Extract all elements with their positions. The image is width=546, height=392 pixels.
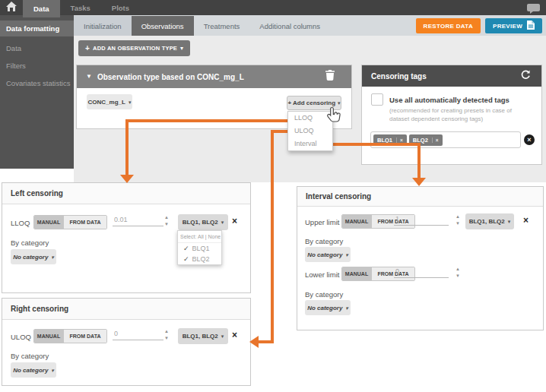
caret-down-icon: ▾ — [221, 220, 224, 225]
top-tab-data[interactable]: Data — [23, 0, 60, 17]
stepper-up-icon[interactable]: ▲ — [456, 267, 460, 271]
tab-treatments[interactable]: Treatments — [194, 16, 250, 36]
manual-option[interactable]: MANUAL — [34, 330, 63, 343]
observation-column-dropdown[interactable]: CONC_mg_L ▾ — [87, 94, 132, 109]
arrow-interval-head — [412, 178, 426, 186]
category-value: No category — [307, 251, 342, 258]
upper-category-dropdown[interactable]: No category ▾ — [305, 247, 351, 262]
by-category-label: By category — [305, 290, 343, 299]
remove-tag-icon[interactable]: × — [432, 138, 439, 143]
uloq-label: ULOQ — [11, 333, 31, 341]
home-button[interactable] — [0, 0, 23, 15]
sidebar-item-data-formatting[interactable]: Data formatting — [0, 21, 74, 36]
uloq-tags-dropdown[interactable]: BLQ1, BLQ2 ▾ — [178, 328, 228, 344]
caret-down-icon: ▾ — [338, 100, 341, 106]
remove-interval-censoring-button[interactable]: × — [523, 216, 529, 225]
tags-option-blq2[interactable]: ✓ BLQ2 — [178, 254, 221, 264]
from-data-option[interactable]: FROM DATA — [63, 330, 106, 343]
sidebar: Data formatting Data Filters Covariates … — [0, 15, 74, 169]
lloq-tags-dropdown[interactable]: BLQ1, BLQ2 ▾ — [178, 214, 228, 230]
interval-censoring-panel: Interval censoring Upper limit MANUAL FR… — [297, 186, 544, 330]
arrow-lloq-head — [120, 175, 134, 183]
check-icon: ✓ — [183, 245, 189, 252]
add-observation-type-button[interactable]: + ADD AN OBSERVATION TYPE ▾ — [78, 40, 190, 56]
stepper-up-icon[interactable]: ▲ — [456, 215, 460, 219]
lower-limit-input[interactable] — [394, 265, 449, 278]
lloq-source-toggle[interactable]: MANUAL FROM DATA — [33, 215, 107, 229]
collapse-caret-icon: ▼ — [86, 74, 92, 80]
from-data-option[interactable]: FROM DATA — [63, 216, 106, 229]
clear-all-tags-button[interactable]: × — [524, 134, 535, 145]
uloq-value-input[interactable] — [113, 327, 163, 340]
stepper-up-icon[interactable]: ▲ — [164, 216, 169, 220]
lloq-value-stepper[interactable]: ▲ ▼ — [164, 216, 169, 226]
stepper-down-icon[interactable]: ▼ — [456, 274, 460, 278]
home-icon — [6, 1, 17, 14]
stepper-down-icon[interactable]: ▼ — [164, 223, 169, 226]
stepper-down-icon[interactable]: ▼ — [456, 222, 460, 226]
upper-limit-stepper[interactable]: ▲ ▼ — [456, 215, 460, 226]
remove-tag-icon[interactable]: × — [396, 138, 403, 143]
uloq-value-stepper[interactable]: ▲ ▼ — [164, 330, 169, 340]
interval-censoring-title: Interval censoring — [297, 187, 543, 207]
upper-tags-label: BLQ1, BLQ2 — [469, 218, 505, 225]
arrow-interval-horizontal — [332, 143, 419, 146]
stepper-down-icon[interactable]: ▼ — [164, 337, 169, 340]
section-tab-bar: Initialization Observations Treatments A… — [74, 15, 546, 36]
feedback-bubble-icon[interactable] — [527, 3, 540, 17]
arrow-uloq-horizontal2 — [258, 340, 274, 343]
use-auto-tags-label: Use all automatically detected tags — [389, 96, 509, 104]
caret-down-icon: ▾ — [221, 334, 224, 339]
upper-limit-tags-dropdown[interactable]: BLQ1, BLQ2 ▾ — [465, 213, 514, 229]
delete-observation-button[interactable] — [325, 70, 335, 84]
caret-down-icon: ▾ — [51, 254, 54, 260]
tags-option-label: BLQ1 — [192, 245, 210, 252]
upper-limit-input[interactable] — [394, 213, 449, 226]
mouse-cursor-hand-icon — [326, 106, 341, 128]
tags-select-all-none[interactable]: Select: All | None — [178, 231, 221, 243]
top-tab-plots[interactable]: Plots — [101, 0, 140, 15]
remove-left-censoring-button[interactable]: × — [232, 217, 237, 226]
manual-option[interactable]: MANUAL — [34, 216, 63, 229]
left-category-dropdown[interactable]: No category ▾ — [11, 249, 56, 264]
by-category-label: By category — [11, 239, 49, 247]
tab-additional-columns[interactable]: Additional columns — [249, 16, 330, 36]
top-tab-tasks[interactable]: Tasks — [60, 0, 101, 15]
tab-observations[interactable]: Observations — [132, 16, 194, 36]
tab-initialization[interactable]: Initialization — [74, 16, 132, 36]
refresh-tags-button[interactable] — [521, 69, 531, 83]
menu-item-interval[interactable]: Interval — [288, 138, 332, 150]
tags-option-label: BLQ2 — [192, 255, 210, 263]
sidebar-item-filters[interactable]: Filters — [0, 60, 74, 71]
censoring-tags-panel: Censoring tags Use all automatically det… — [361, 65, 542, 165]
right-category-dropdown[interactable]: No category ▾ — [11, 362, 56, 378]
manual-option[interactable]: MANUAL — [342, 267, 371, 280]
uloq-tags-label: BLQ1, BLQ2 — [183, 333, 218, 340]
lloq-value-input[interactable] — [113, 213, 163, 226]
add-censoring-label: + Add censoring — [287, 100, 335, 106]
arrow-interval-vertical — [417, 143, 421, 179]
app-window: Data Tasks Plots Data formatting Data Fi… — [0, 0, 546, 392]
remove-right-censoring-button[interactable]: × — [232, 330, 237, 340]
caret-down-icon: ▾ — [180, 46, 183, 52]
by-category-label: By category — [11, 352, 49, 360]
caret-down-icon: ▾ — [345, 305, 348, 311]
uloq-source-toggle[interactable]: MANUAL FROM DATA — [33, 329, 107, 343]
arrow-lloq-vertical — [125, 119, 129, 176]
trash-icon — [325, 70, 335, 81]
tags-option-blq1[interactable]: ✓ BLQ1 — [178, 243, 221, 254]
preview-button[interactable]: PREVIEW — [485, 18, 542, 33]
manual-option[interactable]: MANUAL — [342, 215, 371, 228]
lower-limit-stepper[interactable]: ▲ ▼ — [456, 267, 460, 278]
observation-type-panel-header[interactable]: ▼ Observation type based on CONC_mg_L — [77, 65, 351, 88]
sidebar-item-covariates-statistics[interactable]: Covariates statistics — [0, 77, 74, 89]
upper-limit-label: Upper limit — [305, 218, 339, 226]
caret-down-icon: ▾ — [129, 100, 132, 105]
sidebar-item-data[interactable]: Data — [0, 43, 74, 54]
lower-category-dropdown[interactable]: No category ▾ — [305, 300, 351, 315]
restore-data-button[interactable]: RESTORE DATA — [416, 18, 481, 33]
use-auto-tags-checkbox[interactable] — [371, 93, 383, 106]
arrow-lloq-horizontal — [125, 119, 287, 122]
censoring-tags-header: Censoring tags — [362, 65, 541, 87]
stepper-up-icon[interactable]: ▲ — [164, 330, 169, 334]
